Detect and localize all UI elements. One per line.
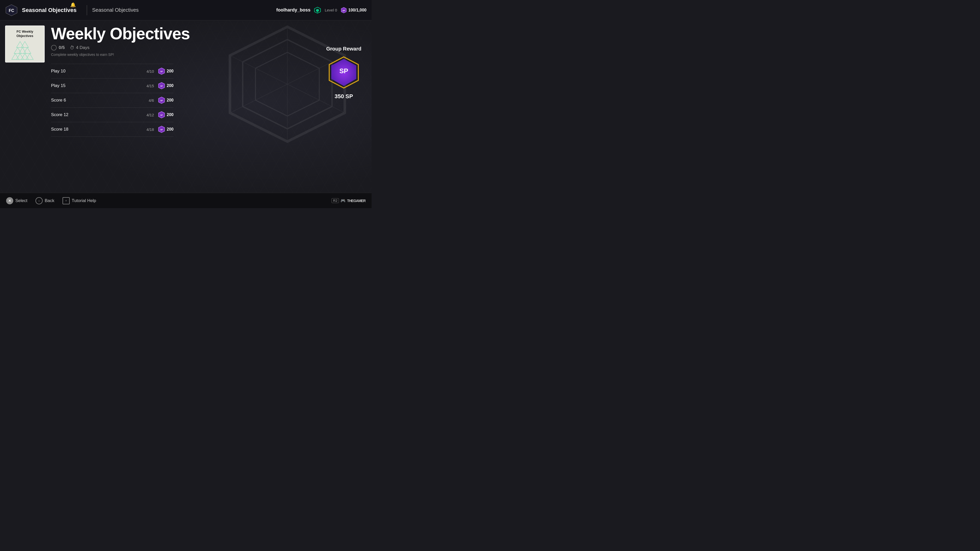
- objective-name: Play 10: [51, 68, 142, 74]
- objective-row: Score 12 4/12 SP 200: [51, 108, 173, 122]
- reward-panel: Group Reward SP 350 SP: [326, 46, 361, 100]
- time-remaining: 4 Days: [76, 45, 89, 50]
- objective-row: Play 15 4/15 SP 200: [51, 79, 173, 93]
- level-badge: Level 0: [325, 8, 337, 12]
- fc-logo: FC: [5, 4, 18, 17]
- objective-name: Score 6: [51, 98, 142, 103]
- svg-marker-18: [24, 48, 31, 54]
- page-title: Weekly Objectives: [51, 25, 366, 42]
- sp-hex-reward-icon: SP: [158, 111, 165, 118]
- time-indicator: ⏱ 4 Days: [70, 45, 89, 51]
- objective-name: Score 12: [51, 112, 142, 118]
- group-reward-title: Group Reward: [326, 46, 361, 52]
- svg-marker-19: [17, 41, 24, 48]
- header-title-right: Seasonal Objectives: [92, 7, 138, 13]
- svg-marker-17: [19, 48, 26, 54]
- clock-icon: ⏱: [70, 45, 75, 51]
- select-icon: ✕: [6, 197, 13, 204]
- select-label: Select: [15, 198, 27, 203]
- sp-icon-small: SP: [341, 7, 347, 13]
- main-content: FC Weekly Objectives Weekly Objectives 0…: [0, 21, 372, 193]
- r2-badge: R2: [331, 198, 339, 203]
- controller-icons: 🎮: [340, 198, 345, 203]
- header-divider: [87, 5, 87, 15]
- objective-progress: 4/18: [142, 127, 154, 132]
- svg-marker-15: [26, 54, 33, 59]
- content-area: Weekly Objectives 0/5 ⏱ 4 Days Complete …: [51, 25, 366, 188]
- svg-text:SP: SP: [161, 71, 163, 73]
- progress-circle-icon: [51, 45, 57, 51]
- svg-marker-13: [17, 54, 24, 59]
- back-icon: ○: [35, 197, 43, 204]
- sp-hex-reward-icon: SP: [158, 126, 165, 133]
- sidebar-card-label: FC Weekly Objectives: [8, 30, 41, 38]
- sp-reward: SP 200: [158, 82, 173, 89]
- footer-right: R2 🎮 THEGAMER: [331, 198, 366, 203]
- objective-row: Score 6 4/6 SP 200: [51, 93, 173, 108]
- sp-hex-reward-icon: SP: [158, 68, 165, 75]
- notification-bell[interactable]: 🔔: [70, 2, 76, 8]
- sp-reward: SP 200: [158, 97, 173, 104]
- sp-hex-reward-icon: SP: [158, 97, 165, 104]
- objectives-meta: 0/5 ⏱ 4 Days: [51, 45, 366, 51]
- objective-progress: 4/10: [142, 69, 154, 73]
- sp-hex-large-icon: SP: [327, 56, 360, 89]
- svg-marker-20: [21, 41, 28, 48]
- header: FC Seasonal Objectives Seasonal Objectiv…: [0, 0, 372, 21]
- sp-badge: SP 100/1,000: [341, 7, 366, 13]
- help-label: Tutorial Help: [72, 198, 96, 203]
- header-user: foolhardy_boss Level 0 SP 100/1,000: [276, 6, 366, 14]
- back-label: Back: [45, 198, 54, 203]
- svg-text:SP: SP: [342, 10, 345, 12]
- svg-marker-14: [21, 54, 28, 59]
- footer-select-button[interactable]: ✕ Select: [6, 197, 27, 204]
- objectives-description: Complete weekly objectives to earn SP!: [51, 52, 366, 57]
- progress-text: 0/5: [59, 45, 65, 50]
- footer: ✕ Select ○ Back ≡ Tutorial Help R2 🎮 THE…: [0, 193, 372, 208]
- objective-row: Play 10 4/10 SP 200: [51, 64, 173, 79]
- help-icon: ≡: [62, 197, 70, 204]
- objective-name: Play 15: [51, 83, 142, 88]
- objective-row: Score 18 4/18 SP 200: [51, 122, 173, 137]
- objective-progress: 4/15: [142, 84, 154, 88]
- svg-text:SP: SP: [161, 129, 163, 130]
- svg-text:SP: SP: [161, 100, 163, 102]
- svg-marker-12: [12, 54, 19, 59]
- username: foolhardy_boss: [276, 7, 310, 13]
- objective-progress: 4/6: [142, 98, 154, 103]
- footer-back-button[interactable]: ○ Back: [35, 197, 54, 204]
- sidebar-card-weekly[interactable]: FC Weekly Objectives: [5, 25, 45, 62]
- reward-amount: 350 SP: [334, 93, 353, 100]
- sp-reward: SP 200: [158, 68, 173, 75]
- progress-indicator: 0/5: [51, 45, 65, 51]
- objective-progress: 4/12: [142, 113, 154, 117]
- sp-hex-reward-icon: SP: [158, 82, 165, 89]
- sidebar-card-decoration: [6, 40, 44, 62]
- svg-text:FC: FC: [9, 8, 14, 13]
- sp-reward: SP 200: [158, 126, 173, 133]
- sp-amount: 100/1,000: [348, 8, 366, 13]
- rank-icon: [314, 6, 321, 14]
- thegamer-logo: THEGAMER: [347, 199, 366, 203]
- header-title-left: Seasonal Objectives: [22, 7, 76, 14]
- footer-help-button[interactable]: ≡ Tutorial Help: [62, 197, 96, 204]
- svg-text:SP: SP: [161, 85, 163, 87]
- objective-name: Score 18: [51, 127, 142, 132]
- objectives-table: Play 10 4/10 SP 200 Play 15 4/15 SP 200 …: [51, 64, 173, 137]
- sidebar: FC Weekly Objectives: [5, 25, 46, 188]
- svg-marker-16: [14, 48, 21, 54]
- svg-text:SP: SP: [339, 67, 348, 75]
- sp-reward: SP 200: [158, 111, 173, 118]
- svg-text:SP: SP: [161, 114, 163, 116]
